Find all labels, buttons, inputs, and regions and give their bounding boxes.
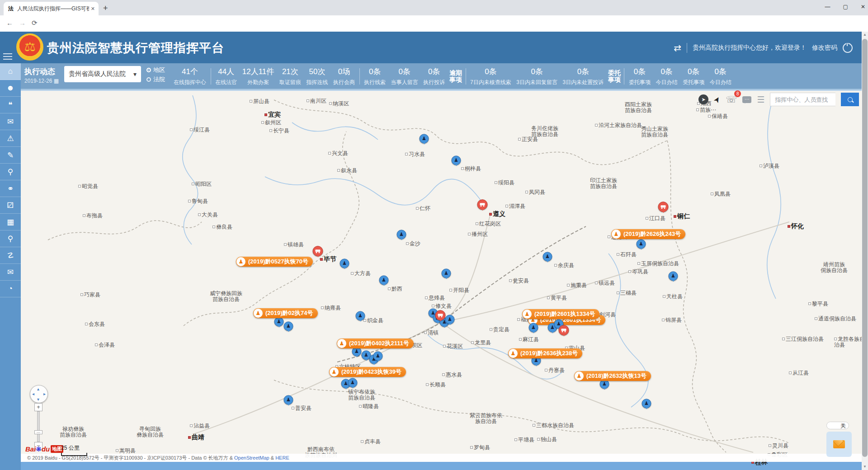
reload-button[interactable]: ⟳ [32, 19, 38, 27]
sidebar-item-documents[interactable]: ✎ [0, 147, 21, 164]
vehicle-marker[interactable] [435, 310, 446, 320]
chat-bubble-icon[interactable]: ··· [742, 96, 751, 103]
stat-item[interactable]: 21次 取证留痕 [278, 66, 302, 86]
scroll-up-icon[interactable]: ▲ [862, 32, 868, 38]
personnel-marker[interactable]: ♟ [284, 395, 293, 404]
browser-scrollbar[interactable]: ▲ ▼ [862, 32, 868, 470]
zoom-slider-handle[interactable]: — [34, 430, 42, 434]
personnel-marker[interactable]: ♟ [669, 271, 678, 281]
personnel-marker[interactable]: ♟ [340, 258, 349, 268]
case-number-label[interactable]: ♟ (2019)黔0423执恢39号 [329, 367, 406, 377]
sidebar-item-personnel[interactable]: ☻ [0, 80, 21, 97]
stat-item[interactable]: 0条 执行线索 [363, 66, 387, 86]
vehicle-marker[interactable] [313, 246, 323, 256]
stat-item[interactable]: 0条 执行投诉 [422, 66, 446, 86]
stat-item[interactable]: 0条 受托事项 [682, 66, 705, 86]
stat-item[interactable]: 0条 3日内未处置投诉 [562, 66, 605, 86]
sidebar-item-alerts[interactable]: ⚠ [0, 130, 21, 147]
personnel-marker[interactable]: ♟ [529, 323, 538, 332]
osm-link[interactable]: OpenStreetMap [234, 455, 269, 461]
sidebar-item-mail[interactable]: ✉ [0, 113, 21, 130]
window-maximize-button[interactable]: ▢ [843, 4, 848, 10]
case-number-label[interactable]: ♟ (2019)黔2601执1334号 [522, 309, 599, 319]
layers-icon[interactable]: ☰ [757, 94, 764, 105]
personnel-marker[interactable]: ♟ [637, 239, 646, 249]
stat-item[interactable]: 0条 7日内未核查线索 [469, 66, 512, 86]
case-number-label[interactable]: ♟ (2019)黔2636执238号 [508, 348, 582, 358]
pan-left-icon[interactable]: ◂ [32, 391, 34, 396]
sidebar-item-process[interactable]: ☡ [0, 247, 21, 264]
here-link[interactable]: HERE [275, 455, 289, 461]
sidebar-item-schedule[interactable]: ▦ [0, 214, 21, 230]
personnel-marker[interactable]: ♟ [373, 351, 383, 361]
stat-item[interactable]: 41个 在线指挥中心 [173, 66, 207, 86]
case-number-label[interactable]: ♟ (2019)黔02执74号 [253, 308, 318, 318]
personnel-marker[interactable]: ♟ [445, 315, 455, 324]
zoom-slider-track[interactable] [37, 411, 40, 442]
window-close-button[interactable]: ✕ [861, 4, 865, 10]
personnel-marker[interactable]: ♟ [442, 268, 451, 278]
forward-button[interactable]: → [19, 19, 26, 27]
tab-close-icon[interactable]: ✕ [91, 6, 95, 12]
sidebar-item-statistics[interactable]: ◔ [0, 281, 21, 297]
map-search-input[interactable] [770, 93, 835, 106]
back-button[interactable]: ← [6, 19, 13, 27]
search-button[interactable] [841, 93, 859, 106]
personnel-marker[interactable]: ♟ [284, 321, 293, 331]
change-password-link[interactable]: 修改密码 [812, 44, 837, 52]
locate-icon[interactable]: ➤ [698, 94, 708, 104]
sidebar-item-chat[interactable]: ❝ [0, 97, 21, 113]
vehicle-marker[interactable] [658, 202, 669, 212]
stat-item[interactable]: 0条 3日内未回复留言 [515, 66, 558, 86]
personnel-marker[interactable]: ♟ [379, 275, 389, 285]
case-number-label[interactable]: ♟ (2018)黔2632执恢13号 [574, 371, 651, 381]
scroll-down-icon[interactable]: ▼ [862, 464, 868, 470]
select-cursor-icon[interactable]: ➤ [711, 94, 722, 105]
new-tab-button[interactable]: + [103, 4, 108, 13]
personnel-marker[interactable]: ♟ [348, 378, 358, 387]
stat-item[interactable]: 0条 委托事项 [628, 66, 651, 86]
personnel-marker[interactable]: ♟ [274, 317, 284, 326]
sidebar-item-links[interactable]: ⚭ [0, 180, 21, 197]
radio-court[interactable]: 法院 [146, 75, 165, 84]
date-label[interactable]: 2019-12-26 ▦ [24, 78, 59, 84]
personnel-marker[interactable]: ♟ [356, 311, 365, 320]
stat-item[interactable]: 0条 今日办结 [655, 66, 679, 86]
map-pan-control[interactable]: ▴ ▾ ◂ ▸ [30, 385, 48, 403]
stat-item[interactable]: 44人 在线法官 [214, 66, 238, 86]
personnel-marker[interactable]: ♟ [397, 230, 406, 239]
personnel-marker[interactable]: ♟ [642, 399, 651, 408]
panel-toggle[interactable]: 关 [826, 422, 849, 429]
scrollbar-thumb[interactable] [862, 39, 868, 457]
calendar-icon[interactable]: ▦ [54, 78, 59, 84]
pan-down-icon[interactable]: ▾ [37, 397, 39, 402]
personnel-marker[interactable]: ♟ [420, 134, 429, 143]
stat-item[interactable]: 12人11件 外勤办案 [241, 66, 275, 86]
court-selector[interactable]: 贵州省高级人民法院▾ [64, 66, 141, 82]
personnel-marker[interactable]: ♟ [543, 252, 552, 261]
window-minimize-button[interactable]: — [825, 4, 830, 10]
stat-item[interactable]: 0条 当事人留言 [390, 66, 419, 86]
sidebar-item-home[interactable]: ⌂ [0, 63, 21, 80]
gis-map[interactable] [21, 89, 862, 462]
logout-power-icon[interactable] [843, 43, 853, 53]
menu-hamburger-icon[interactable] [3, 52, 12, 61]
radio-region[interactable]: 地区 [146, 66, 165, 74]
personnel-marker[interactable]: ♟ [452, 155, 461, 165]
sidebar-item-mail-2[interactable]: ✉ [0, 264, 21, 281]
vehicle-marker[interactable] [477, 199, 488, 210]
sidebar-item-record-search[interactable]: ⚲ [0, 230, 21, 247]
stat-item[interactable]: 0场 执行会商 [332, 66, 356, 86]
zoom-in-button[interactable]: + [34, 403, 42, 411]
case-number-label[interactable]: ♟ (2019)黔2626执243号 [611, 229, 685, 239]
pan-up-icon[interactable]: ▴ [37, 386, 39, 391]
pan-right-icon[interactable]: ▸ [43, 391, 46, 396]
case-number-label[interactable]: ♟ (2019)黔0402执2111号 [337, 338, 414, 348]
message-widget[interactable] [826, 432, 852, 457]
case-number-label[interactable]: ♟ (2019)黔0527执恢70号 [236, 257, 313, 267]
sidebar-item-modules[interactable]: ⚂ [0, 197, 21, 214]
browser-tab[interactable]: 法 人民法院执行指挥——GIS可视化 ✕ [4, 2, 99, 15]
vehicle-marker[interactable] [559, 325, 569, 335]
switch-view-icon[interactable]: ⇄ [674, 42, 681, 53]
stat-item[interactable]: 50次 指挥连线 [305, 66, 329, 86]
